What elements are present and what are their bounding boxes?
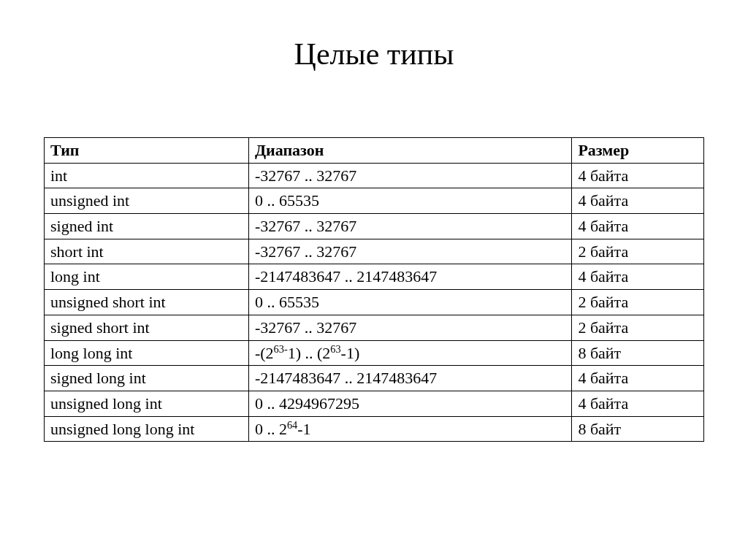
cell-size: 2 байта [572,315,704,340]
cell-size: 8 байт [572,340,704,366]
cell-range: -32767 .. 32767 [248,239,571,264]
table-row: unsigned int0 .. 655354 байта [45,188,704,214]
header-type: Тип [45,138,249,164]
cell-type: unsigned long long int [45,416,249,442]
integer-types-table: Тип Диапазон Размер int-32767 .. 327674 … [44,137,704,442]
cell-size: 4 байта [572,366,704,391]
cell-size: 8 байт [572,416,704,442]
table-row: unsigned long int0 .. 42949672954 байта [45,391,704,416]
cell-size: 4 байта [572,264,704,290]
cell-type: unsigned int [45,188,249,214]
table-body: int-32767 .. 327674 байтаunsigned int0 .… [45,163,704,442]
cell-range: 0 .. 264-1 [248,416,571,442]
cell-range: -32767 .. 32767 [248,214,571,239]
table-row: unsigned short int0 .. 655352 байта [45,290,704,315]
table-row: int-32767 .. 327674 байта [45,163,704,188]
cell-type: long long int [45,340,249,366]
cell-range: 0 .. 65535 [248,290,571,315]
table-row: signed long int-2147483647 .. 2147483647… [45,366,704,391]
table-row: signed int-32767 .. 327674 байта [45,214,704,239]
cell-type: long int [45,264,249,290]
cell-size: 4 байта [572,163,704,188]
cell-type: unsigned long int [45,391,249,416]
header-size: Размер [572,138,704,164]
cell-type: signed short int [45,315,249,340]
cell-type: signed int [45,214,249,239]
table-header-row: Тип Диапазон Размер [45,138,704,164]
cell-range: -32767 .. 32767 [248,315,571,340]
cell-type: signed long int [45,366,249,391]
cell-range: -2147483647 .. 2147483647 [248,264,571,290]
table-row: long long int-(263-1) .. (263-1)8 байт [45,340,704,366]
page-title: Целые типы [44,37,704,72]
table-row: signed short int-32767 .. 327672 байта [45,315,704,340]
header-range: Диапазон [248,138,571,164]
table-row: short int-32767 .. 327672 байта [45,239,704,264]
cell-range: -(263-1) .. (263-1) [248,340,571,366]
cell-type: short int [45,239,249,264]
cell-type: unsigned short int [45,290,249,315]
table-row: unsigned long long int0 .. 264-18 байт [45,416,704,442]
table-row: long int-2147483647 .. 21474836474 байта [45,264,704,290]
cell-size: 4 байта [572,188,704,214]
cell-size: 4 байта [572,391,704,416]
cell-range: -2147483647 .. 2147483647 [248,366,571,391]
cell-type: int [45,163,249,188]
cell-size: 2 байта [572,239,704,264]
cell-range: -32767 .. 32767 [248,163,571,188]
cell-range: 0 .. 4294967295 [248,391,571,416]
cell-size: 4 байта [572,214,704,239]
cell-size: 2 байта [572,290,704,315]
cell-range: 0 .. 65535 [248,188,571,214]
